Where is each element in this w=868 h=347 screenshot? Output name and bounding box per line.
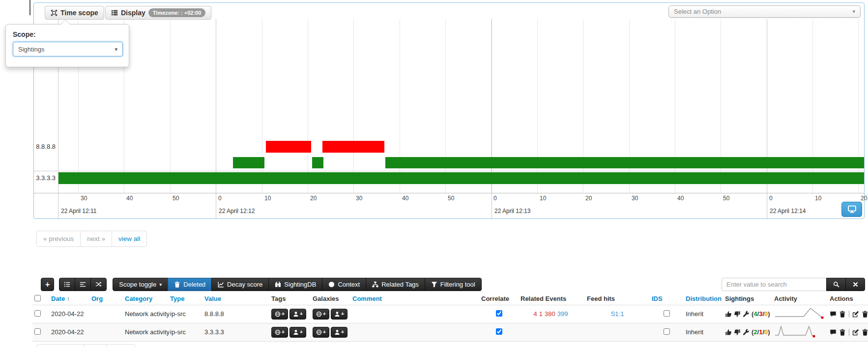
attributes-table: Date ↑OrgCategoryTypeValueTagsGalaxiesCo… [32, 293, 868, 342]
clear-search-button[interactable] [845, 278, 865, 291]
row-select-checkbox[interactable] [34, 328, 41, 335]
timeline-option-select[interactable]: Select an Option ▾ [668, 5, 861, 18]
related-event-link[interactable]: 399 [557, 310, 568, 318]
add-tag-button[interactable]: + [271, 309, 288, 320]
previous-page-button[interactable]: « previous [36, 231, 81, 247]
sighting-positive-bar[interactable] [312, 157, 323, 168]
add-attribute-button[interactable]: + [41, 278, 54, 291]
display-label: Display [121, 9, 145, 17]
cell-activity [772, 305, 828, 323]
edit-action-icon[interactable] [852, 311, 859, 318]
sighting-counts: (4/3/0) [752, 310, 770, 318]
bottom-pagination-fragment[interactable] [36, 344, 135, 347]
date-label: 22 April 12:14 [770, 208, 806, 214]
column-header-distribution[interactable]: Distribution [684, 293, 723, 305]
column-header-actions: Actions [828, 293, 868, 305]
correlate-checkbox[interactable] [496, 310, 502, 317]
ids-checkbox[interactable] [664, 310, 670, 317]
cell-ids [650, 323, 684, 341]
comment-action-icon[interactable] [830, 329, 837, 336]
add-tag-button[interactable]: + [313, 309, 329, 320]
edit-action-icon[interactable] [852, 329, 859, 336]
column-header-comment[interactable]: Comment [350, 293, 479, 305]
sighting-positive-bar[interactable] [385, 157, 864, 168]
decay-score-button[interactable]: Decay score [211, 278, 269, 291]
column-header-galaxies: Galaxies [311, 293, 350, 305]
add-local-tag-button[interactable]: + [289, 327, 306, 338]
activity-sparkline [774, 307, 828, 320]
column-header-value[interactable]: Value [203, 293, 269, 305]
gridline [170, 19, 171, 193]
sighting-false-positive-bar[interactable] [322, 141, 384, 153]
sighting-advanced-icon[interactable] [743, 329, 750, 336]
row-select-checkbox[interactable] [34, 310, 41, 317]
sighting-add-icon[interactable] [725, 311, 732, 318]
sighting-false-positive-bar[interactable] [266, 141, 311, 153]
top-left-divider [29, 0, 30, 15]
sighting-false-positive-icon[interactable] [734, 311, 741, 318]
x-tick-label: 40 [677, 195, 684, 202]
comment-action-icon[interactable] [830, 311, 837, 318]
soft-delete-action-icon[interactable] [839, 311, 846, 318]
ids-checkbox[interactable] [664, 328, 670, 335]
column-header-feed-hits: Feed hits [585, 293, 650, 305]
delete-action-icon[interactable] [862, 329, 868, 336]
add-local-tag-button[interactable]: + [331, 309, 347, 320]
column-header-category[interactable]: Category [123, 293, 168, 305]
delete-action-icon[interactable] [862, 311, 868, 318]
related-event-link[interactable]: 4 [534, 310, 537, 318]
column-header-org[interactable]: Org [89, 293, 123, 305]
add-tag-button[interactable]: + [313, 327, 329, 338]
cell-galaxies: ++ [311, 305, 350, 323]
user-icon [293, 329, 299, 335]
gridline [308, 19, 308, 193]
user-icon [293, 311, 299, 317]
select-all-checkbox[interactable] [34, 295, 41, 301]
globe-icon [316, 329, 322, 335]
next-page-button[interactable]: next » [80, 231, 112, 247]
sighting-add-icon[interactable] [725, 329, 732, 336]
filtering-tool-button[interactable]: Filtering tool [425, 278, 482, 291]
search-input[interactable] [722, 278, 827, 291]
correlate-checkbox[interactable] [496, 328, 502, 335]
add-tag-button[interactable]: + [271, 327, 288, 338]
feed-hit-link[interactable]: S1:1 [611, 310, 624, 318]
sighting-false-positive-icon[interactable] [734, 329, 741, 336]
sighting-advanced-icon[interactable] [743, 311, 750, 318]
view-all-button[interactable]: view all [112, 231, 147, 247]
display-button[interactable]: Display Timezone: : +02:00 [105, 6, 211, 20]
add-local-tag-button[interactable]: + [331, 327, 347, 338]
column-header-related-events: Related Events [519, 293, 585, 305]
related-event-link[interactable]: 380 [545, 310, 555, 318]
fullscreen-button[interactable] [841, 202, 862, 217]
compact-view-button[interactable] [75, 278, 91, 291]
x-tick-label: 20 [861, 195, 867, 202]
sightingdb-button[interactable]: SightingDB [268, 278, 322, 291]
sighting-positive-bar[interactable] [58, 172, 864, 184]
sighting-positive-bar[interactable] [233, 157, 264, 168]
search-button[interactable] [826, 278, 846, 291]
related-tags-button[interactable]: Related Tags [366, 278, 425, 291]
action-divider [849, 311, 849, 318]
scope-toggle-button[interactable]: Scope toggle▾ [113, 278, 168, 291]
list-view-button[interactable] [59, 278, 75, 291]
column-header-date[interactable]: Date ↑ [49, 293, 89, 305]
scope-select[interactable]: Sightings ▾ [13, 42, 123, 56]
add-local-tag-button[interactable]: + [289, 309, 306, 320]
cell-comment [350, 305, 479, 323]
cell-correlate [479, 305, 519, 323]
context-button[interactable]: Context [322, 278, 366, 291]
cell-type: ip-src [168, 305, 203, 323]
globe-icon [275, 311, 281, 317]
shuffle-view-button[interactable] [90, 278, 107, 291]
column-header-ids[interactable]: IDS [650, 293, 684, 305]
cell-value: 3.3.3.3 [203, 323, 269, 341]
time-scope-button[interactable]: Time scope [45, 6, 104, 20]
soft-delete-action-icon[interactable] [839, 329, 846, 336]
cell-date: 2020-04-22 [49, 323, 89, 341]
attribute-row: 2020-04-22Network activityip-src8.8.8.8+… [32, 305, 868, 323]
deleted-button[interactable]: Deleted [168, 278, 212, 291]
attribute-toolbar: + Scope toggle▾DeletedDecay scoreSightin… [41, 278, 482, 291]
related-event-link[interactable]: 1 [539, 310, 543, 318]
column-header-type[interactable]: Type [168, 293, 203, 305]
